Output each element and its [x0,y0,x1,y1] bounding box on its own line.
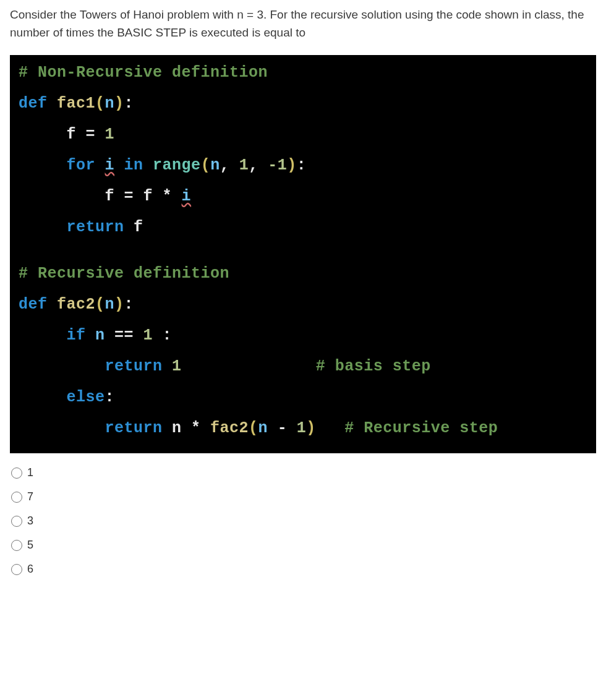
option-label-5: 6 [27,561,33,578]
code-paren: ) [114,95,124,113]
code-block: # Non-Recursive definition def fac1(n): … [10,55,596,453]
code-one: 1 [143,327,153,344]
code-else: else [67,388,105,406]
code-paren: ( [249,419,258,437]
code-assign-f1: f [67,126,77,143]
code-paren: ( [95,95,105,113]
answer-option-5[interactable]: 6 [11,561,596,578]
code-num-1: 1 [105,126,115,143]
code-colon: : [124,95,134,113]
code-paren: ) [114,296,124,314]
code-def-2: def [19,296,48,314]
code-comma: , [220,156,239,174]
code-def-1: def [19,95,48,113]
code-paren: ( [95,296,105,314]
code-return-f: f [134,218,143,236]
code-colon: : [105,388,115,406]
radio-option-4[interactable] [11,540,22,551]
question-text: Consider the Towers of Hanoi problem wit… [10,6,596,41]
option-label-4: 5 [27,537,33,553]
code-ret1: 1 [172,357,182,375]
code-colon: : [297,156,307,174]
code-range-1: 1 [239,156,249,174]
code-nm1-n: n [258,419,268,437]
radio-option-1[interactable] [11,467,22,479]
code-retn: n * [172,419,210,437]
code-comment-1: # Non-Recursive definition [19,64,268,82]
code-colon-sp: : [153,327,172,344]
answer-option-4[interactable]: 5 [11,537,596,553]
option-label-2: 7 [27,489,33,505]
code-param-n-2: n [105,296,115,314]
code-paren: ) [287,156,297,174]
code-comment-2: # Recursive definition [19,265,229,283]
code-comment-basis: # basis step [316,357,431,375]
code-n-cmp: n [95,327,105,344]
code-fac2-call: fac2 [210,419,249,437]
answer-option-1[interactable]: 1 [11,464,596,481]
code-var-i-1: i [105,156,115,174]
code-paren: ) [306,419,316,437]
code-param-n-1: n [105,95,115,113]
radio-option-2[interactable] [11,492,22,503]
code-return-1: return [67,218,124,236]
code-funcname-1: fac1 [57,95,95,113]
radio-option-5[interactable] [11,564,22,575]
code-range: range [153,156,201,174]
option-label-3: 3 [27,513,33,529]
code-comma: , [249,156,268,174]
code-nm1-minus: - [268,419,297,437]
code-return-2: return [105,357,163,375]
code-colon: : [124,296,134,314]
code-for: for [67,156,96,174]
code-range-n: n [210,156,220,174]
code-eq: = [86,126,96,143]
code-range-m1: -1 [268,156,287,174]
code-comment-recursive: # Recursive step [344,419,498,437]
answer-options: 1 7 3 5 6 [10,464,596,578]
code-in: in [124,156,143,174]
code-var-i-2: i [182,187,192,205]
answer-option-2[interactable]: 7 [11,489,596,505]
option-label-1: 1 [27,464,33,481]
answer-option-3[interactable]: 3 [11,513,596,529]
code-if: if [67,327,86,344]
code-funcname-2: fac2 [57,296,95,314]
code-eqeq: == [105,327,143,344]
radio-option-3[interactable] [11,516,22,527]
code-paren: ( [201,156,211,174]
code-f-mul: f = f * [105,187,182,205]
code-nm1-1: 1 [297,419,307,437]
code-return-3: return [105,419,163,437]
